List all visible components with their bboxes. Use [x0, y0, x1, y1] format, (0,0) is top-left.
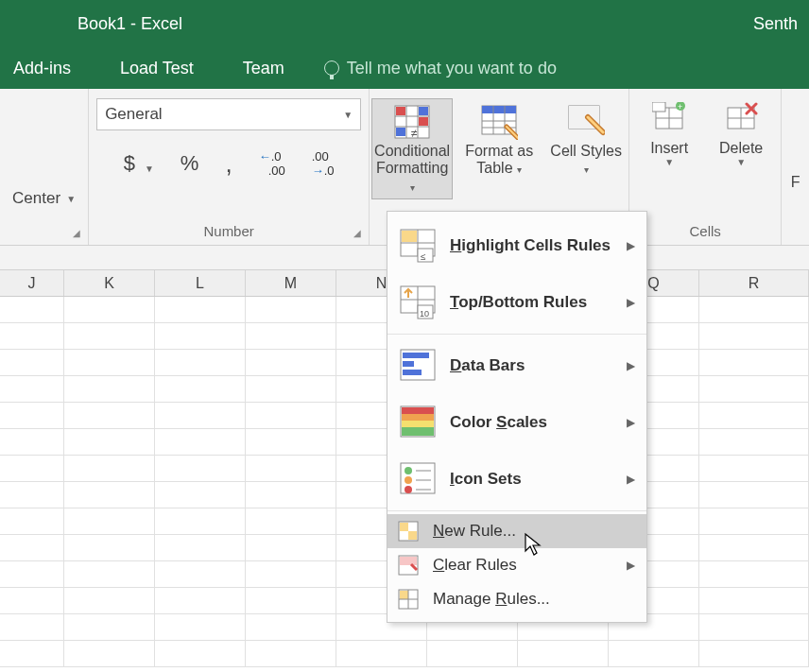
grid-cell[interactable]: [0, 323, 64, 350]
grid-cell[interactable]: [699, 456, 809, 482]
grid-cell[interactable]: [64, 297, 155, 323]
grid-cell[interactable]: [246, 297, 336, 323]
grid-cell[interactable]: [246, 508, 336, 535]
grid-cell[interactable]: [0, 561, 64, 588]
grid-cell[interactable]: [64, 456, 155, 482]
grid-cell[interactable]: [0, 429, 64, 456]
grid-cell[interactable]: [64, 429, 155, 456]
grid-cell[interactable]: [0, 508, 64, 535]
dialog-launcher-icon[interactable]: ◢: [353, 228, 365, 239]
comma-button[interactable]: ,: [225, 159, 232, 168]
conditional-formatting-button[interactable]: ≠ Conditional Formatting ▾: [371, 98, 453, 199]
increase-decimal-button[interactable]: ←.0.00: [259, 149, 285, 178]
grid-cell[interactable]: [0, 350, 64, 376]
grid-cell[interactable]: [64, 376, 155, 403]
menu-new-rule[interactable]: New Rule...: [387, 514, 646, 548]
grid-cell[interactable]: [0, 614, 64, 641]
grid-cell[interactable]: [518, 641, 609, 667]
col-header[interactable]: M: [246, 270, 336, 296]
grid-cell[interactable]: [64, 588, 155, 614]
col-header[interactable]: L: [155, 270, 246, 296]
grid-cell[interactable]: [155, 323, 246, 350]
grid-cell[interactable]: [155, 376, 246, 403]
grid-cell[interactable]: [155, 350, 246, 376]
grid-cell[interactable]: [64, 641, 155, 667]
cell-styles-button[interactable]: Cell Styles ▾: [545, 98, 627, 199]
grid-cell[interactable]: [155, 403, 246, 429]
chevron-down-icon[interactable]: ▼: [736, 157, 746, 167]
menu-data-bars[interactable]: Data Bars ▶: [387, 337, 646, 394]
grid-cell[interactable]: [699, 561, 809, 588]
menu-icon-sets[interactable]: Icon Sets ▶: [387, 451, 646, 508]
chevron-down-icon[interactable]: ▼: [664, 157, 674, 167]
grid-cell[interactable]: [699, 641, 809, 667]
grid-cell[interactable]: [155, 588, 246, 614]
tab-team[interactable]: Team: [233, 55, 294, 82]
grid-cell[interactable]: [64, 482, 155, 508]
grid-cell[interactable]: [609, 641, 699, 667]
menu-color-scales[interactable]: Color Scales ▶: [387, 394, 646, 451]
menu-manage-rules[interactable]: Manage Rules...: [387, 582, 646, 616]
grid-cell[interactable]: [0, 376, 64, 403]
col-header[interactable]: R: [699, 270, 809, 296]
tab-loadtest[interactable]: Load Test: [111, 55, 203, 82]
grid-cell[interactable]: [64, 403, 155, 429]
grid-cell[interactable]: [64, 561, 155, 588]
grid-cell[interactable]: [0, 403, 64, 429]
format-as-table-button[interactable]: Format as Table ▾: [458, 98, 540, 199]
grid-cell[interactable]: [246, 561, 336, 588]
grid-cell[interactable]: [699, 376, 809, 403]
col-header[interactable]: K: [64, 270, 155, 296]
grid-cell[interactable]: [155, 535, 246, 561]
col-header[interactable]: J: [0, 270, 64, 296]
grid-cell[interactable]: [699, 429, 809, 456]
grid-cell[interactable]: [155, 508, 246, 535]
insert-button[interactable]: + Insert ▼: [636, 98, 702, 171]
decrease-decimal-button[interactable]: .00→.0: [312, 149, 335, 178]
grid-cell[interactable]: [246, 429, 336, 456]
grid-cell[interactable]: [155, 429, 246, 456]
grid-cell[interactable]: [699, 323, 809, 350]
grid-cell[interactable]: [0, 482, 64, 508]
grid-cell[interactable]: [246, 535, 336, 561]
grid-cell[interactable]: [0, 535, 64, 561]
grid-cell[interactable]: [246, 614, 336, 641]
dialog-launcher-icon[interactable]: ◢: [73, 228, 84, 239]
center-button[interactable]: Center ▼: [12, 189, 76, 208]
grid-cell[interactable]: [246, 641, 336, 667]
grid-cell[interactable]: [699, 614, 809, 641]
delete-button[interactable]: Delete ▼: [708, 98, 774, 171]
grid-cell[interactable]: [427, 641, 518, 667]
grid-cell[interactable]: [246, 588, 336, 614]
grid-cell[interactable]: [64, 535, 155, 561]
grid-cell[interactable]: [155, 641, 246, 667]
grid-cell[interactable]: [246, 350, 336, 376]
currency-button[interactable]: $: [124, 151, 135, 176]
grid-cell[interactable]: [0, 588, 64, 614]
grid-cell[interactable]: [699, 482, 809, 508]
grid-cell[interactable]: [246, 456, 336, 482]
grid-cell[interactable]: [699, 297, 809, 323]
grid-cell[interactable]: [246, 482, 336, 508]
grid-cell[interactable]: [246, 376, 336, 403]
grid-cell[interactable]: [699, 588, 809, 614]
grid-cell[interactable]: [246, 403, 336, 429]
grid-cell[interactable]: [699, 535, 809, 561]
grid-cell[interactable]: [0, 297, 64, 323]
grid-cell[interactable]: [155, 456, 246, 482]
menu-highlight-cells-rules[interactable]: ≤ Highlight Cells Rules ▶: [387, 217, 646, 274]
grid-cell[interactable]: [155, 482, 246, 508]
number-format-select[interactable]: General ▼: [96, 98, 361, 130]
tell-me-search[interactable]: Tell me what you want to do: [324, 59, 557, 78]
grid-cell[interactable]: [64, 614, 155, 641]
grid-cell[interactable]: [64, 350, 155, 376]
menu-top-bottom-rules[interactable]: 10 Top/Bottom Rules ▶: [387, 274, 646, 331]
menu-clear-rules[interactable]: Clear Rules ▶: [387, 548, 646, 582]
grid-cell[interactable]: [64, 323, 155, 350]
grid-cell[interactable]: [246, 323, 336, 350]
grid-cell[interactable]: [336, 641, 427, 667]
grid-cell[interactable]: [155, 614, 246, 641]
grid-cell[interactable]: [699, 403, 809, 429]
grid-cell[interactable]: [699, 350, 809, 376]
chevron-down-icon[interactable]: ▼: [145, 164, 154, 174]
